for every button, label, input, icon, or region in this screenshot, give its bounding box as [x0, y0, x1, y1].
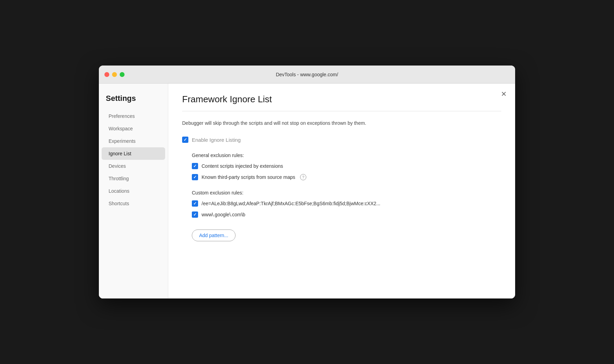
content-scripts-checkbox[interactable] [192, 163, 198, 169]
page-description: Debugger will skip through the scripts a… [182, 120, 501, 127]
sidebar-item-shortcuts[interactable]: Shortcuts [102, 197, 165, 210]
maximize-window-button[interactable] [120, 72, 125, 77]
general-section-label: General exclusion rules: [182, 153, 501, 158]
main-panel: ✕ Framework Ignore List Debugger will sk… [168, 84, 515, 298]
main-content: Settings Preferences Workspace Experimen… [99, 84, 515, 298]
third-party-scripts-checkbox[interactable] [192, 174, 198, 180]
custom-rule-2-label: www\.google\.com\b [202, 212, 245, 217]
settings-title: Settings [99, 90, 168, 110]
custom-rule-2-checkbox[interactable] [192, 211, 198, 218]
custom-exclusion-section: Custom exclusion rules: /ee=ALeJib:B8gLw… [182, 190, 501, 241]
third-party-scripts-label: Known third-party scripts from source ma… [202, 174, 295, 180]
sidebar-item-ignore-list[interactable]: Ignore List [102, 147, 165, 160]
minimize-window-button[interactable] [112, 72, 117, 77]
custom-rule-1-label: /ee=ALeJib:B8gLwd;AfeaP:TkrAjf;BMxAGc:E5… [202, 201, 381, 206]
sidebar-item-preferences[interactable]: Preferences [102, 110, 165, 122]
sidebar-item-devices[interactable]: Devices [102, 160, 165, 172]
close-settings-button[interactable]: ✕ [501, 90, 507, 97]
window-controls [104, 72, 125, 77]
sidebar-item-workspace[interactable]: Workspace [102, 122, 165, 135]
sidebar-item-experiments[interactable]: Experiments [102, 135, 165, 147]
enable-ignore-listing-checkbox[interactable] [182, 137, 188, 143]
enable-ignore-listing-label: Enable Ignore Listing [192, 137, 241, 143]
sidebar-item-locations[interactable]: Locations [102, 185, 165, 197]
close-window-button[interactable] [104, 72, 109, 77]
content-scripts-label: Content scripts injected by extensions [202, 163, 283, 169]
third-party-scripts-rule-row: Known third-party scripts from source ma… [182, 174, 501, 180]
sidebar-item-throttling[interactable]: Throttling [102, 172, 165, 185]
titlebar: DevTools - www.google.com/ [99, 66, 515, 84]
general-exclusion-section: General exclusion rules: Content scripts… [182, 153, 501, 180]
custom-section-label: Custom exclusion rules: [182, 190, 501, 196]
devtools-window: DevTools - www.google.com/ Settings Pref… [99, 66, 515, 298]
content-scripts-rule-row: Content scripts injected by extensions [182, 163, 501, 169]
sidebar: Settings Preferences Workspace Experimen… [99, 84, 168, 298]
add-pattern-button[interactable]: Add pattern... [192, 229, 236, 241]
info-icon[interactable]: ? [300, 174, 306, 180]
title-divider [182, 111, 501, 111]
enable-ignore-listing-row: Enable Ignore Listing [182, 137, 501, 143]
page-title: Framework Ignore List [182, 94, 501, 105]
custom-rule-2-row: www\.google\.com\b [182, 211, 501, 218]
custom-rule-1-checkbox[interactable] [192, 200, 198, 207]
custom-rule-1-row: /ee=ALeJib:B8gLwd;AfeaP:TkrAjf;BMxAGc:E5… [182, 200, 501, 207]
window-title: DevTools - www.google.com/ [276, 72, 338, 77]
